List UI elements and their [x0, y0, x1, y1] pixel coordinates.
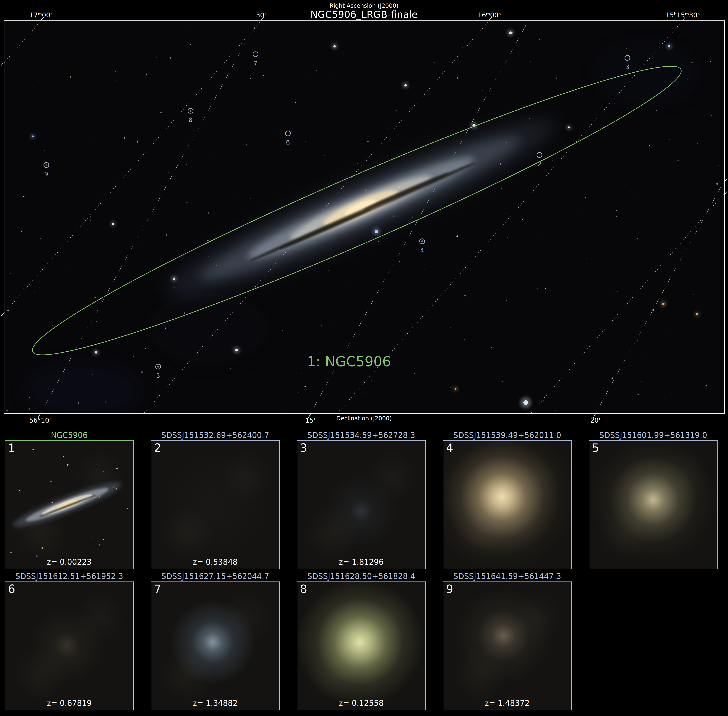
cutout-object-glow	[443, 582, 571, 710]
cutout-number: 1	[8, 441, 15, 455]
cutout-card-3: SDSSJ151534.59+562728.3 3 z= 1.81296	[297, 431, 425, 569]
marker-label-6: 6	[286, 139, 290, 146]
cutout-row-1: NGC5906 1 z= 0.00223	[5, 431, 717, 569]
cutout-image: 8 z= 0.12558	[297, 581, 425, 710]
marker-label-3: 3	[625, 63, 629, 71]
cutout-redshift: z= 0.53848	[151, 558, 279, 566]
sky-image: 23456789 1: NGC5906	[0, 0, 728, 434]
dec-tick-2: 20'	[590, 417, 601, 424]
cutout-redshift: z= 0.00223	[5, 558, 133, 566]
marker-label-7: 7	[254, 60, 257, 67]
cutout-title: SDSSJ151612.51+561952.3	[15, 572, 123, 581]
cutout-galaxy-image	[5, 441, 133, 569]
cutout-image: 3 z= 1.81296	[297, 440, 425, 569]
cutout-number: 5	[592, 441, 599, 455]
cutout-number: 2	[154, 441, 161, 455]
dec-tick-1: 15'	[306, 417, 316, 424]
marker-label-4: 4	[420, 247, 424, 254]
cutout-object-glow	[5, 582, 133, 710]
cutout-image: 2 z= 0.53848	[151, 440, 280, 569]
cutout-card-4: SDSSJ151539.49+562011.0 4	[443, 431, 572, 569]
cutout-image: 4	[443, 440, 572, 569]
marker-label-2: 2	[537, 160, 541, 168]
cutout-title: NGC5906	[51, 431, 88, 440]
cutout-card-9: SDSSJ151641.59+561447.3 9 z= 1.48372	[443, 572, 572, 710]
cutout-object-glow	[151, 582, 279, 710]
marker-label-9: 9	[44, 170, 48, 178]
bottom-axis-label: Declination (J2000)	[336, 415, 392, 422]
cutout-object-glow	[443, 441, 571, 569]
cutout-number: 3	[300, 441, 307, 455]
cutout-card-5: SDSSJ151601.99+561319.0 5	[589, 431, 717, 569]
cutout-image: 1 z= 0.00223	[5, 440, 134, 569]
cutout-title: SDSSJ151628.50+561828.4	[307, 572, 415, 581]
cutout-title: SDSSJ151539.49+562011.0	[453, 431, 561, 440]
cutout-image: 9 z= 1.48372	[443, 581, 572, 710]
cutout-title: SDSSJ151534.59+562728.3	[307, 431, 415, 440]
dec-tick-0: 56°10'	[29, 417, 51, 424]
cutout-title: SDSSJ151532.69+562400.7	[161, 431, 269, 440]
cutout-number: 4	[446, 441, 453, 455]
cutout-number: 6	[8, 583, 15, 596]
cutout-card-8: SDSSJ151628.50+561828.4 8 z= 0.12558	[297, 572, 425, 710]
cutout-number: 7	[154, 583, 161, 596]
cutout-card-6: SDSSJ151612.51+561952.3 6 z= 0.67819	[5, 572, 134, 710]
cutout-redshift: z= 1.81296	[297, 558, 425, 566]
cutout-card-2: SDSSJ151532.69+562400.7 2 z= 0.53848	[151, 431, 280, 569]
cutout-redshift: z= 0.67819	[5, 699, 133, 707]
cutout-card-7: SDSSJ151627.15+562044.7 7 z= 1.34882	[151, 572, 280, 710]
cutout-object-glow	[297, 582, 425, 710]
cutout-image: 6 z= 0.67819	[5, 581, 134, 710]
cutout-title: SDSSJ151627.15+562044.7	[161, 572, 269, 581]
cutout-number: 8	[300, 583, 307, 596]
cutout-redshift: z= 0.12558	[297, 699, 425, 707]
cutout-object-glow	[589, 441, 717, 569]
cutout-object-glow	[151, 441, 279, 569]
cutout-galaxy	[10, 476, 124, 533]
cutout-row-2: SDSSJ151612.51+561952.3 6 z= 0.67819 SDS…	[5, 572, 572, 710]
cutout-number: 9	[446, 583, 453, 596]
cutout-title: SDSSJ151601.99+561319.0	[599, 431, 707, 440]
cutout-image: 7 z= 1.34882	[151, 581, 280, 710]
galaxy-annotation-label: 1: NGC5906	[307, 353, 391, 370]
cutout-object-glow	[297, 441, 425, 569]
cutout-redshift: z= 1.34882	[151, 699, 279, 707]
cutout-image: 5	[589, 440, 717, 569]
cutout-title: SDSSJ151641.59+561447.3	[453, 572, 561, 581]
marker-label-8: 8	[189, 116, 192, 123]
cutout-card-1: NGC5906 1 z= 0.00223	[5, 431, 134, 569]
astronomy-figure: Right Ascension (J2000) NGC5906_LRGB-fin…	[0, 0, 728, 716]
marker-label-5: 5	[156, 372, 160, 379]
cutout-redshift: z= 1.48372	[443, 699, 571, 707]
